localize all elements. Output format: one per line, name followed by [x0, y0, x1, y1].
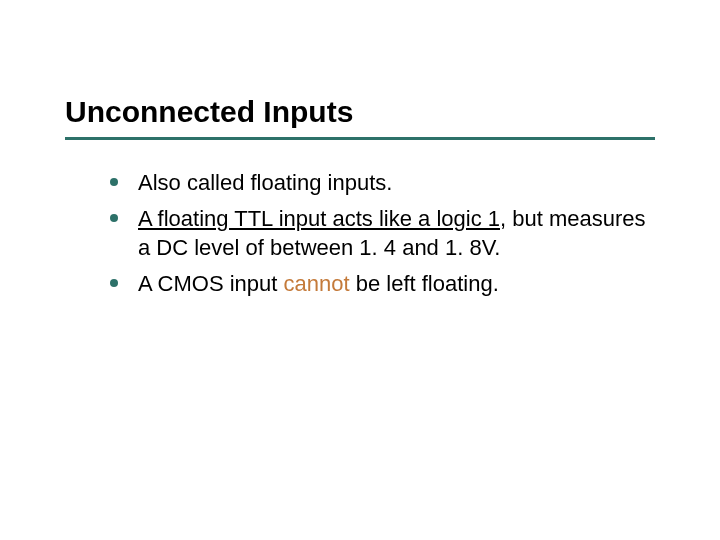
list-item: A floating TTL input acts like a logic 1… — [110, 204, 655, 263]
slide-container: Unconnected Inputs Also called floating … — [0, 0, 720, 345]
title-underline — [65, 137, 655, 140]
slide-title: Unconnected Inputs — [65, 95, 655, 129]
underlined-text: A floating TTL input acts like a logic 1 — [138, 206, 500, 231]
bullet-icon — [110, 178, 118, 186]
highlighted-text: cannot — [284, 271, 350, 296]
bullet-text-3-pre: A CMOS input — [138, 271, 284, 296]
bullet-list: Also called floating inputs. A floating … — [65, 168, 655, 299]
list-item: A CMOS input cannot be left floating. — [110, 269, 655, 299]
bullet-text-1: Also called floating inputs. — [138, 168, 392, 198]
list-item: Also called floating inputs. — [110, 168, 655, 198]
bullet-icon — [110, 279, 118, 287]
bullet-text-3: A CMOS input cannot be left floating. — [138, 269, 499, 299]
bullet-text-2: A floating TTL input acts like a logic 1… — [138, 204, 655, 263]
bullet-icon — [110, 214, 118, 222]
bullet-text-3-post: be left floating. — [350, 271, 499, 296]
